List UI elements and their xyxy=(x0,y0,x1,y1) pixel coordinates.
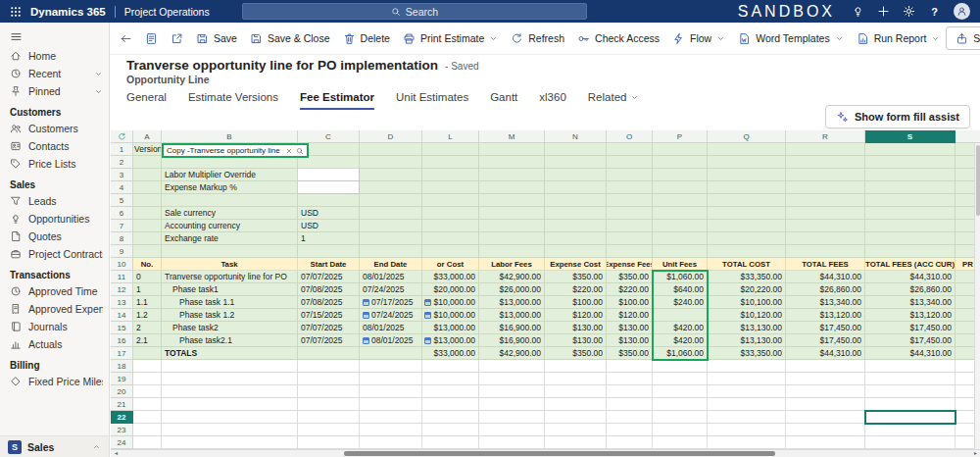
cell-P7[interactable] xyxy=(653,220,708,232)
cell-M22[interactable] xyxy=(479,411,545,424)
cell-B13[interactable]: Phase task 1.1 xyxy=(162,296,298,309)
cell-N6[interactable] xyxy=(545,207,607,220)
horizontal-scrollbar[interactable]: ◄ ► xyxy=(111,449,980,457)
sidebar-item-fixed-price-milest[interactable]: Fixed Price Milest... xyxy=(0,373,109,390)
cell-O9[interactable] xyxy=(607,245,653,258)
help-button[interactable]: ? xyxy=(928,6,941,18)
cmd-print-estimate[interactable]: Print Estimate xyxy=(397,25,504,51)
cell-C3[interactable] xyxy=(298,169,360,181)
cell-P22[interactable] xyxy=(653,411,708,424)
cell-P24[interactable] xyxy=(653,436,708,449)
cell-D17[interactable] xyxy=(360,347,422,360)
cell-P8[interactable] xyxy=(653,232,708,245)
waffle-menu-button[interactable] xyxy=(10,6,22,18)
cell-O2[interactable] xyxy=(607,156,653,169)
cell-M21[interactable] xyxy=(479,398,545,411)
cell-D5[interactable] xyxy=(360,194,422,207)
sidebar-item-pinned[interactable]: Pinned xyxy=(0,82,109,100)
cell-S23[interactable] xyxy=(865,424,956,436)
cell-B8[interactable]: Exchange rate xyxy=(162,232,298,245)
sidebar-item-contacts[interactable]: Contacts xyxy=(0,137,109,155)
cell-Q20[interactable] xyxy=(708,385,786,398)
cell-O22[interactable] xyxy=(607,411,653,424)
cell-L3[interactable] xyxy=(422,169,479,181)
scroll-left-arrow[interactable]: ◄ xyxy=(114,451,119,456)
cell-S16[interactable]: $17,450.00 xyxy=(865,334,956,347)
cell-P19[interactable] xyxy=(653,373,708,385)
cell-C18[interactable] xyxy=(298,360,360,373)
cell-L4[interactable] xyxy=(422,181,479,194)
cell-B10[interactable]: Task xyxy=(162,258,298,271)
cell-C4[interactable] xyxy=(298,181,360,194)
cell-C20[interactable] xyxy=(298,385,360,398)
cell-Q19[interactable] xyxy=(708,373,786,385)
cell-P16[interactable]: $420.00 xyxy=(653,334,708,347)
row-header-22[interactable]: 22 xyxy=(111,411,133,424)
cell-O6[interactable] xyxy=(607,207,653,220)
sidebar-item-home[interactable]: Home xyxy=(0,47,109,65)
cell-L19[interactable] xyxy=(422,373,479,385)
sidebar-item-opportunities[interactable]: Opportunities xyxy=(0,210,109,228)
cell-N14[interactable]: $120.00 xyxy=(545,309,607,322)
cell-M4[interactable] xyxy=(479,181,545,194)
column-header-D[interactable]: D xyxy=(360,130,422,143)
cell-P18[interactable] xyxy=(653,360,708,373)
cell-A8[interactable] xyxy=(133,232,162,245)
cell-P13[interactable]: $240.00 xyxy=(653,296,708,309)
cell-R3[interactable] xyxy=(786,169,865,181)
tab-gantt[interactable]: Gantt xyxy=(490,91,517,110)
cmd-delete[interactable]: Delete xyxy=(337,25,396,51)
cell-L16[interactable]: $13,000.00 xyxy=(422,334,479,347)
cell-P9[interactable] xyxy=(653,245,708,258)
column-header-R[interactable]: R xyxy=(786,130,865,143)
cell-S4[interactable] xyxy=(865,181,956,194)
row-header-3[interactable]: 3 xyxy=(111,169,133,181)
row-header-8[interactable]: 8 xyxy=(111,232,133,245)
cell-M10[interactable]: Labor Fees xyxy=(479,258,545,271)
cell-B11[interactable]: Tranverse opportunity line for PO xyxy=(162,271,298,283)
cell-N9[interactable] xyxy=(545,245,607,258)
column-header-N[interactable]: N xyxy=(545,130,607,143)
cell-M8[interactable] xyxy=(479,232,545,245)
cell-D11[interactable]: 08/01/2025 xyxy=(360,271,422,283)
column-header-A[interactable]: A xyxy=(133,130,162,143)
row-header-12[interactable]: 12 xyxy=(111,283,133,296)
cell-R10[interactable]: TOTAL FEES xyxy=(786,258,865,271)
cell-C13[interactable]: 07/08/2025 xyxy=(298,296,360,309)
row-header-7[interactable]: 7 xyxy=(111,220,133,232)
cell-A17[interactable] xyxy=(133,347,162,360)
cell-picker-icon[interactable] xyxy=(424,299,431,306)
cell-L6[interactable] xyxy=(422,207,479,220)
cell-R17[interactable]: $44,310.00 xyxy=(786,347,865,360)
cell-L23[interactable] xyxy=(422,424,479,436)
cell-Q11[interactable]: $33,350.00 xyxy=(708,271,786,283)
sidebar-item-approved-expenses[interactable]: Approved Expenses xyxy=(0,300,109,318)
cell-R5[interactable] xyxy=(786,194,865,207)
cell-C6[interactable]: USD xyxy=(298,207,360,220)
cell-C15[interactable]: 07/07/2025 xyxy=(298,322,360,334)
cell-B3[interactable]: Labor Multiplier Override xyxy=(162,169,298,181)
column-header-Q[interactable]: Q xyxy=(708,130,786,143)
cell-L20[interactable] xyxy=(422,385,479,398)
cell-picker-icon[interactable] xyxy=(363,337,369,344)
cell-O17[interactable]: $350.00 xyxy=(607,347,653,360)
cmd-run-report[interactable]: Run Report xyxy=(851,25,947,51)
cell-L12[interactable]: $20,000.00 xyxy=(422,283,479,296)
cell-M23[interactable] xyxy=(479,424,545,436)
cell-N8[interactable] xyxy=(545,232,607,245)
cell-Q8[interactable] xyxy=(708,232,786,245)
cell-R6[interactable] xyxy=(786,207,865,220)
cell-D3[interactable] xyxy=(360,169,422,181)
cell-P12[interactable]: $640.00 xyxy=(653,283,708,296)
cell-C11[interactable]: 07/07/2025 xyxy=(298,271,360,283)
cell-D15[interactable]: 08/01/2025 xyxy=(360,322,422,334)
cell-S21[interactable] xyxy=(865,398,956,411)
sidebar-item-approved-time[interactable]: Approved Time xyxy=(0,282,109,300)
cell-Q6[interactable] xyxy=(708,207,786,220)
cell-B16[interactable]: Phase task2.1 xyxy=(162,334,298,347)
cell-N17[interactable]: $350.00 xyxy=(545,347,607,360)
cell-A6[interactable] xyxy=(133,207,162,220)
cell-S1[interactable] xyxy=(865,143,956,156)
cell-M17[interactable]: $42,900.00 xyxy=(479,347,545,360)
cell-R4[interactable] xyxy=(786,181,865,194)
